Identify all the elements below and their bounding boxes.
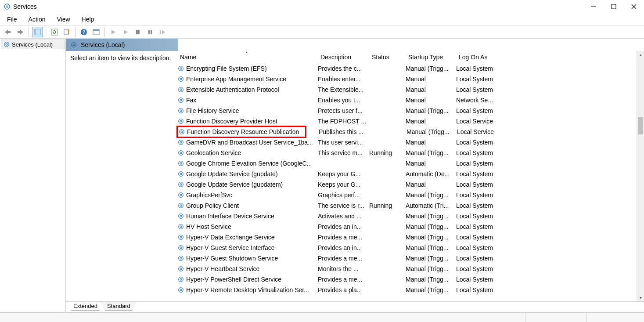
service-row[interactable]: Hyper-V Heartbeat ServiceMonitors the ..…	[176, 264, 637, 274]
svg-point-57	[180, 173, 182, 175]
service-name: Hyper-V Remote Desktop Virtualization Se…	[186, 286, 309, 293]
svg-point-74	[179, 267, 183, 271]
svg-point-62	[179, 203, 183, 208]
svg-rect-11	[8, 31, 11, 33]
service-row[interactable]: Function Discovery Resource Publication	[177, 127, 306, 137]
column-header-name[interactable]: Name ▴	[176, 51, 317, 63]
service-row[interactable]: Extensible Authentication ProtocolThe Ex…	[176, 84, 637, 95]
service-startup: Manual (Trigg...	[406, 276, 456, 283]
pause-service-button[interactable]	[145, 27, 155, 37]
app-icon	[4, 3, 11, 10]
minimize-button[interactable]	[583, 0, 604, 13]
service-row[interactable]: Geolocation ServiceThis service m...Runn…	[176, 148, 637, 158]
scroll-down-icon[interactable]: ▾	[637, 294, 644, 301]
refresh-button[interactable]	[49, 27, 60, 37]
svg-point-39	[180, 78, 182, 80]
service-startup: Manual (Trigg...	[406, 255, 456, 262]
service-row[interactable]: Google Chrome Elevation Service (GoogleC…	[176, 158, 637, 169]
service-description: Publishes this ...	[306, 128, 370, 135]
tree-node-services-local[interactable]: Services (Local)	[1, 40, 65, 49]
start-service-button[interactable]	[108, 27, 119, 37]
service-startup: Manual (Trigg...	[407, 128, 457, 135]
maximize-button[interactable]	[604, 0, 624, 13]
service-row[interactable]: Enterprise App Management ServiceEnables…	[176, 74, 637, 84]
svg-rect-27	[136, 30, 140, 34]
svg-rect-29	[151, 30, 152, 34]
service-description: This service m...	[318, 149, 369, 156]
svg-text:?: ?	[83, 29, 86, 35]
service-row[interactable]: Google Update Service (gupdatem)Keeps yo…	[176, 179, 637, 190]
properties-button[interactable]	[91, 27, 101, 37]
svg-marker-12	[20, 30, 23, 34]
service-icon	[177, 139, 184, 146]
tab-extended[interactable]: Extended	[68, 302, 103, 311]
svg-rect-24	[93, 29, 99, 31]
service-row[interactable]: HV Host ServiceProvides an in...Manual (…	[176, 221, 637, 232]
svg-marker-17	[54, 30, 55, 32]
service-description: Provides a me...	[318, 276, 369, 283]
service-name: Encrypting File System (EFS)	[186, 65, 267, 72]
service-row[interactable]: Human Interface Device ServiceActivates …	[176, 211, 637, 221]
restart-service-button[interactable]	[157, 27, 168, 37]
menu-view[interactable]: View	[52, 14, 74, 25]
svg-point-67	[180, 226, 182, 228]
column-header-logon[interactable]: Log On As	[455, 51, 508, 63]
service-row[interactable]: Hyper-V Remote Desktop Virtualization Se…	[176, 285, 637, 295]
service-row[interactable]: Google Update Service (gupdate)Keeps you…	[176, 169, 637, 179]
service-logon: Local System	[456, 149, 509, 156]
service-row[interactable]: File History ServiceProtects user f...Ma…	[176, 105, 637, 116]
service-icon	[177, 76, 184, 83]
service-name: Hyper-V PowerShell Direct Service	[186, 276, 281, 283]
service-row[interactable]: Hyper-V Data Exchange ServiceProvides a …	[176, 232, 637, 242]
service-row[interactable]: Hyper-V Guest Shutdown ServiceProvides a…	[176, 253, 637, 264]
back-button[interactable]	[3, 27, 13, 37]
menu-action[interactable]: Action	[24, 14, 50, 25]
service-logon: Local System	[456, 255, 509, 262]
service-icon	[177, 223, 184, 230]
stop-service-button[interactable]	[133, 27, 143, 37]
start-service-button-2[interactable]	[120, 27, 131, 37]
svg-point-35	[73, 44, 75, 46]
scroll-up-icon[interactable]: ▴	[637, 51, 644, 58]
service-row[interactable]: Function Discovery Resource PublicationP…	[176, 127, 637, 137]
status-bar	[0, 312, 644, 322]
service-row[interactable]: FaxEnables you t...ManualNetwork Se...	[176, 95, 637, 105]
service-row[interactable]: Group Policy ClientThe service is r...Ru…	[176, 200, 637, 211]
menu-help[interactable]: Help	[77, 14, 99, 25]
column-header-status[interactable]: Status	[368, 51, 405, 63]
service-name: Hyper-V Guest Service Interface	[186, 244, 275, 251]
service-icon	[178, 128, 185, 135]
close-button[interactable]	[624, 0, 644, 13]
service-row[interactable]: Hyper-V PowerShell Direct ServiceProvide…	[176, 274, 637, 285]
svg-point-47	[180, 120, 182, 122]
column-header-description[interactable]: Description	[317, 51, 368, 63]
svg-point-58	[179, 182, 183, 187]
column-header-startup[interactable]: Startup Type	[405, 51, 455, 63]
services-list: Name ▴ Description Status Startup Type L…	[176, 51, 637, 301]
toolbar-separator	[104, 27, 105, 37]
main-area: Services (Local) Services (Local) Select…	[0, 39, 644, 312]
service-description: The FDPHOST ...	[318, 118, 369, 125]
service-row[interactable]: GameDVR and Broadcast User Service_1ba..…	[176, 137, 637, 148]
export-list-button[interactable]	[61, 27, 72, 37]
service-icon	[177, 97, 184, 104]
service-logon: Local System	[456, 244, 509, 251]
service-row[interactable]: Encrypting File System (EFS)Provides the…	[176, 63, 637, 74]
vertical-scrollbar[interactable]: ▴ ▾	[637, 51, 644, 301]
menu-file[interactable]: File	[3, 14, 22, 25]
svg-rect-28	[148, 30, 150, 34]
service-name: Fax	[186, 97, 196, 104]
service-description: Activates and ...	[318, 213, 369, 220]
service-row[interactable]: GraphicsPerfSvcGraphics perf...Manual (T…	[176, 190, 637, 200]
service-startup: Manual	[406, 97, 456, 104]
show-hide-tree-button[interactable]	[32, 27, 43, 37]
tab-standard[interactable]: Standard	[101, 302, 136, 311]
help-button[interactable]: ?	[79, 27, 89, 37]
service-icon	[177, 202, 184, 209]
view-tabs: Extended Standard	[66, 301, 644, 312]
service-row[interactable]: Function Discovery Provider HostThe FDPH…	[176, 116, 637, 127]
scroll-thumb[interactable]	[638, 117, 643, 134]
forward-button[interactable]	[15, 27, 25, 37]
service-icon	[177, 255, 184, 262]
service-row[interactable]: Hyper-V Guest Service InterfaceProvides …	[176, 242, 637, 253]
